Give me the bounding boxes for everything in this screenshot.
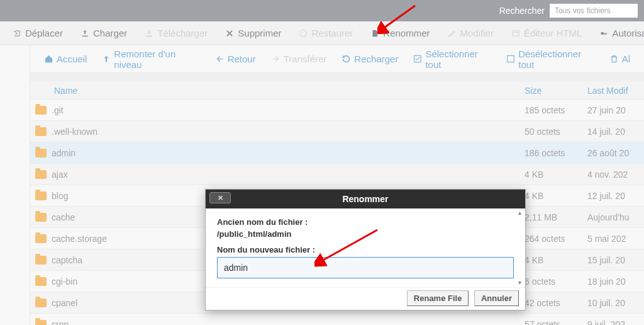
search-label: Rechercher bbox=[499, 6, 545, 16]
up-label: Remonter d'un niveau bbox=[114, 48, 199, 70]
forward-button[interactable]: Transférer bbox=[264, 54, 335, 64]
old-path: /public_html/admin bbox=[217, 229, 514, 239]
rename-button[interactable]: Renommer bbox=[362, 28, 438, 38]
cancel-button[interactable]: Annuler bbox=[474, 290, 519, 306]
forward-icon bbox=[271, 54, 280, 64]
dialog-scrollbar[interactable]: ▴ ▾ bbox=[516, 208, 523, 287]
select-all-button[interactable]: Sélectionner tout bbox=[406, 48, 499, 70]
permissions-button[interactable]: Autorisations bbox=[591, 28, 644, 38]
file-size: 4 KB bbox=[525, 169, 587, 180]
file-modified: 14 juil. 20 bbox=[587, 127, 644, 137]
delete-button[interactable]: Supprimer bbox=[216, 28, 290, 38]
home-button[interactable]: Accueil bbox=[36, 54, 94, 64]
folder-icon bbox=[35, 277, 47, 286]
scroll-up-icon[interactable]: ▴ bbox=[516, 208, 523, 217]
table-row[interactable]: admin186 octets26 août 20 bbox=[30, 142, 644, 164]
svg-rect-0 bbox=[82, 35, 87, 37]
trash-label: Al bbox=[622, 54, 630, 64]
move-label: Déplacer bbox=[25, 28, 63, 38]
html-editor-button[interactable]: Éditeur HTML bbox=[502, 28, 591, 38]
file-name: admin bbox=[52, 148, 525, 158]
file-name: .git bbox=[52, 105, 525, 115]
file-modified: 27 juin 20 bbox=[587, 105, 644, 115]
table-row[interactable]: .git185 octets27 juin 20 bbox=[30, 100, 644, 121]
file-size: 42 octets bbox=[525, 298, 587, 308]
folder-icon bbox=[35, 299, 47, 307]
table-row[interactable]: cron57 octets9 juil. 202 bbox=[30, 314, 644, 325]
old-name-label: Ancien nom du fichier : bbox=[217, 217, 514, 227]
back-icon bbox=[215, 54, 225, 64]
file-modified: 10 juil. 20 bbox=[587, 298, 644, 308]
up-icon bbox=[102, 54, 111, 64]
file-size: 57 octets bbox=[525, 319, 587, 326]
dialog-title-bar[interactable]: ✕ Renommer bbox=[206, 190, 525, 208]
folder-icon bbox=[35, 106, 47, 115]
restore-button[interactable]: Restaurer bbox=[290, 28, 362, 38]
back-label: Retour bbox=[228, 54, 256, 64]
file-size: 50 octets bbox=[525, 127, 587, 137]
move-button[interactable]: Déplacer bbox=[4, 28, 72, 38]
svg-rect-2 bbox=[513, 30, 519, 35]
file-modified: 12 juil. 20 bbox=[587, 191, 644, 201]
table-row[interactable]: ajax4 KB4 nov. 202 bbox=[30, 164, 644, 185]
svg-point-3 bbox=[601, 31, 604, 35]
topbar: Rechercher bbox=[0, 0, 644, 21]
folder-icon bbox=[35, 320, 47, 326]
download-label: Télécharger bbox=[157, 28, 208, 38]
file-size: 264 octets bbox=[525, 234, 587, 244]
svg-rect-1 bbox=[147, 35, 152, 37]
file-name: cron bbox=[52, 319, 525, 326]
file-name: .well-known bbox=[52, 127, 525, 137]
restore-label: Restaurer bbox=[311, 28, 353, 38]
col-size[interactable]: Size bbox=[525, 86, 587, 96]
reload-icon bbox=[341, 54, 351, 64]
edit-label: Modifier bbox=[460, 28, 494, 38]
home-icon bbox=[44, 54, 53, 64]
edit-button[interactable]: Modifier bbox=[439, 28, 502, 38]
folder-icon bbox=[35, 234, 47, 243]
main-toolbar: Déplacer Charger Télécharger Supprimer R… bbox=[0, 21, 644, 45]
file-modified: 5 mai 202 bbox=[587, 234, 644, 244]
deselect-all-label: Désélectionner tout bbox=[518, 48, 594, 70]
rename-label: Renommer bbox=[383, 28, 430, 38]
search-input[interactable] bbox=[550, 4, 638, 18]
download-button[interactable]: Télécharger bbox=[136, 28, 216, 38]
file-modified: 4 nov. 202 bbox=[587, 169, 644, 180]
reload-button[interactable]: Recharger bbox=[334, 54, 406, 64]
folder-icon bbox=[35, 213, 47, 222]
nav-toolbar: Accueil Remonter d'un niveau Retour Tran… bbox=[30, 45, 644, 73]
new-name-input[interactable] bbox=[217, 257, 514, 278]
folder-icon bbox=[35, 149, 47, 157]
table-row[interactable]: .well-known50 octets14 juil. 20 bbox=[30, 121, 644, 142]
folder-icon bbox=[35, 256, 47, 265]
dialog-title: Renommer bbox=[342, 194, 388, 204]
new-name-label: Nom du nouveau fichier : bbox=[217, 245, 514, 254]
up-button[interactable]: Remonter d'un niveau bbox=[94, 48, 207, 70]
file-size: 185 octets bbox=[525, 105, 587, 115]
upload-button[interactable]: Charger bbox=[72, 28, 136, 38]
back-button[interactable]: Retour bbox=[208, 54, 264, 64]
file-size: 186 octets bbox=[525, 148, 587, 158]
col-modified[interactable]: Last Modif bbox=[587, 86, 644, 96]
svg-rect-5 bbox=[508, 55, 514, 62]
file-modified: Aujourd'hu bbox=[587, 212, 644, 222]
file-modified: 18 juin 20 bbox=[587, 277, 644, 287]
html-editor-label: Éditeur HTML bbox=[524, 28, 582, 38]
folder-icon bbox=[35, 170, 47, 179]
upload-label: Charger bbox=[93, 28, 127, 38]
deselect-all-button[interactable]: Désélectionner tout bbox=[499, 48, 601, 70]
col-name[interactable]: Name bbox=[52, 86, 525, 96]
close-icon[interactable]: ✕ bbox=[209, 192, 231, 203]
rename-dialog: ✕ Renommer Ancien nom du fichier : /publ… bbox=[205, 189, 526, 311]
select-all-label: Sélectionner tout bbox=[425, 48, 491, 70]
delete-label: Supprimer bbox=[238, 28, 281, 38]
rename-file-button[interactable]: Rename File bbox=[407, 290, 469, 306]
table-header: Name Size Last Modif bbox=[30, 82, 644, 100]
trash-button[interactable]: Al bbox=[602, 54, 638, 64]
sidebar bbox=[0, 45, 30, 325]
file-size: 4 KB bbox=[525, 191, 587, 201]
scroll-down-icon[interactable]: ▾ bbox=[516, 278, 523, 287]
check-icon bbox=[413, 54, 422, 64]
square-icon bbox=[506, 54, 515, 64]
file-size: 2,11 MB bbox=[525, 212, 587, 222]
